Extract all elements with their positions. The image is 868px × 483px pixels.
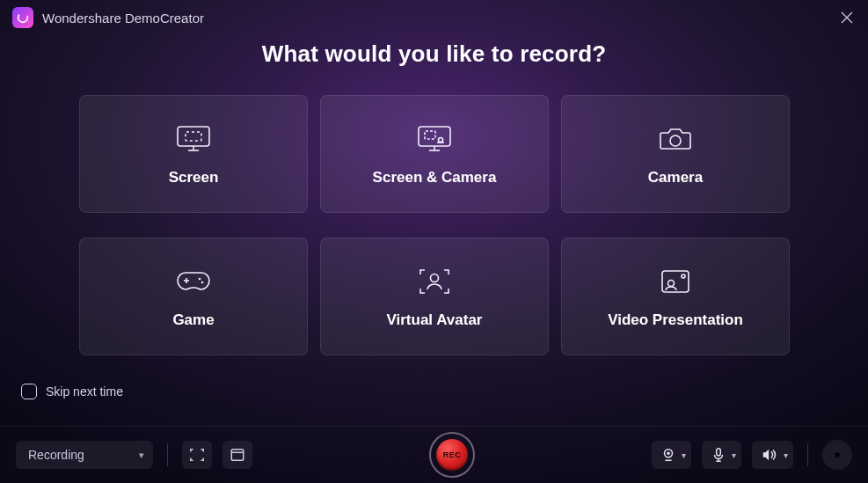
option-screen-camera[interactable]: Screen & Camera [320,95,549,213]
svg-rect-5 [419,127,450,146]
record-options-grid: Screen Screen & Camera Camera [79,95,791,355]
window-select-button[interactable] [222,441,252,469]
svg-point-24 [835,452,839,457]
svg-point-0 [18,13,28,23]
chevron-down-icon: ▾ [682,450,686,460]
mode-label: Recording [28,448,84,462]
microphone-dropdown[interactable]: ▾ [702,441,741,469]
page-heading: What would you like to record? [0,40,868,68]
option-camera[interactable]: Camera [561,95,790,213]
option-video-presentation[interactable]: Video Presentation [561,238,790,355]
option-label: Game [172,311,214,329]
speaker-dropdown[interactable]: ▾ [752,441,793,469]
svg-rect-8 [425,131,435,139]
avatar-icon [414,264,455,299]
skip-label: Skip next time [46,384,123,399]
presentation-icon [655,264,696,299]
option-game[interactable]: Game [79,238,308,355]
screen-icon [173,121,214,157]
svg-point-10 [670,135,681,146]
record-label: REC [443,450,462,459]
svg-rect-1 [178,127,209,146]
app-logo [12,7,33,28]
footer-bar: Recording ▾ REC ▾ ▾ [0,426,868,483]
svg-rect-4 [186,132,201,141]
option-label: Camera [648,169,703,187]
capture-area-button[interactable] [182,441,212,469]
svg-rect-19 [231,450,244,461]
separator [807,443,808,466]
option-virtual-avatar[interactable]: Virtual Avatar [320,238,549,355]
skip-next-time-checkbox[interactable]: Skip next time [21,384,123,399]
checkbox-box [21,384,37,399]
record-button[interactable]: REC [429,432,475,478]
svg-point-9 [439,138,443,143]
option-label: Screen [169,169,219,187]
option-label: Screen & Camera [373,169,497,187]
option-label: Video Presentation [608,311,743,329]
svg-point-18 [668,281,675,287]
settings-button[interactable] [822,440,852,470]
close-button[interactable] [838,9,856,26]
option-label: Virtual Avatar [387,311,483,329]
svg-point-17 [682,274,685,278]
mode-dropdown[interactable]: Recording ▾ [16,441,153,469]
svg-point-14 [201,282,204,284]
svg-point-15 [431,274,439,282]
record-button-inner: REC [436,439,468,471]
webcam-dropdown[interactable]: ▾ [652,441,691,469]
option-screen[interactable]: Screen [79,95,308,213]
screen-camera-icon [414,121,455,157]
camera-icon [655,121,696,157]
title-bar: Wondershare DemoCreator [0,0,868,35]
svg-rect-23 [717,449,721,456]
separator [167,443,168,466]
chevron-down-icon: ▾ [139,450,144,461]
chevron-down-icon: ▾ [732,450,736,460]
app-title: Wondershare DemoCreator [42,11,204,26]
svg-point-22 [667,451,670,455]
chevron-down-icon: ▾ [784,450,788,460]
svg-point-13 [199,278,201,281]
gamepad-icon [173,264,214,299]
